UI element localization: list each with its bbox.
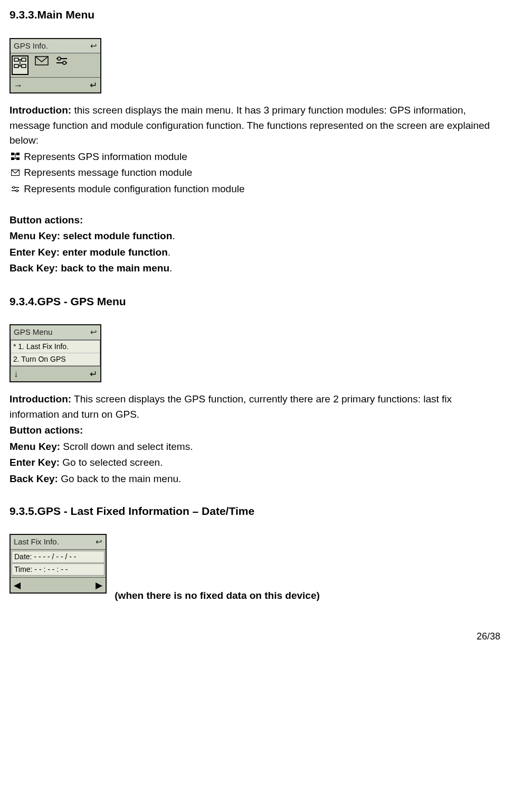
shot-title: GPS Info.: [14, 40, 48, 52]
screenshot-main-menu: GPS Info. ↩ → ↵: [10, 38, 101, 94]
gps-info-icon: [10, 151, 21, 164]
message-module-icon: [35, 55, 49, 75]
svg-point-11: [63, 61, 66, 64]
screenshot-last-fix: Last Fix Info. ↩ Date: - - - - / - - / -…: [10, 534, 107, 594]
sliders-icon: [10, 183, 21, 196]
enter-key-933: Enter Key: enter module function.: [10, 245, 500, 260]
menu-key-934: Menu Key: Scroll down and select items.: [10, 439, 500, 455]
menu-item-2: 2. Turn On GPS: [11, 353, 100, 365]
envelope-icon: [10, 166, 21, 180]
intro-933: Introduction: this screen displays the m…: [10, 103, 500, 148]
svg-rect-2: [14, 64, 18, 68]
icon-line-cfg: Represents module configuration function…: [10, 182, 500, 197]
intro-label: Introduction:: [10, 105, 71, 116]
svg-point-9: [58, 57, 61, 60]
intro-934: Introduction: This screen displays the G…: [10, 392, 500, 422]
heading-935: 9.3.5.GPS - Last Fixed Information – Dat…: [10, 503, 500, 520]
svg-point-21: [13, 186, 15, 189]
enter-key-934: Enter Key: Go to selected screen.: [10, 455, 500, 471]
enter-icon: ↵: [90, 79, 97, 92]
heading-934: 9.3.4.GPS - GPS Menu: [10, 293, 500, 310]
config-module-icon: [55, 55, 69, 75]
menu-key-933: Menu Key: select module function.: [10, 229, 500, 244]
time-line: Time: - - : - - : - -: [12, 563, 104, 576]
back-icon: ↩: [90, 326, 97, 338]
svg-rect-15: [16, 157, 20, 160]
gps-module-icon: [12, 55, 28, 75]
left-arrow-icon: →: [14, 79, 23, 92]
right-tri-icon: ▶: [96, 579, 102, 592]
no-fix-note: (when there is no fixed data on this dev…: [112, 590, 320, 601]
icon-line-msg: Represents message function module: [10, 165, 500, 181]
svg-rect-0: [14, 58, 18, 61]
back-icon: ↩: [90, 40, 97, 52]
icon-line-gps: Represents GPS information module: [10, 149, 500, 165]
back-key-933: Back Key: back to the main menu.: [10, 261, 500, 276]
heading-933: 9.3.3.Main Menu: [10, 6, 500, 23]
button-actions-934: Button actions:: [10, 423, 500, 438]
down-arrow-icon: ↓: [14, 368, 18, 381]
svg-rect-13: [16, 153, 20, 155]
screenshot-gps-menu: GPS Menu ↩ * 1. Last Fix Info. 2. Turn O…: [10, 324, 101, 382]
date-line: Date: - - - - / - - / - -: [12, 551, 104, 563]
back-key-934: Back Key: Go back to the main menu.: [10, 472, 500, 487]
svg-point-23: [16, 190, 18, 192]
shot-title: Last Fix Info.: [14, 536, 59, 548]
svg-rect-1: [22, 58, 26, 61]
button-actions-933: Button actions:: [10, 213, 500, 228]
left-tri-icon: ◀: [14, 579, 21, 592]
svg-rect-14: [11, 157, 14, 160]
enter-icon: ↵: [90, 368, 97, 381]
page-number: 26/38: [10, 629, 500, 644]
menu-item-1: * 1. Last Fix Info.: [11, 341, 100, 353]
shot-title: GPS Menu: [14, 326, 52, 338]
back-icon: ↩: [96, 536, 102, 548]
svg-rect-3: [22, 64, 26, 68]
svg-rect-12: [11, 153, 14, 155]
